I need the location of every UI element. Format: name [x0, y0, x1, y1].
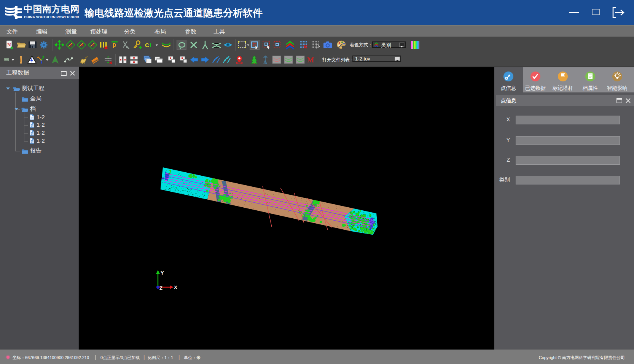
- svg-text:I: I: [150, 42, 151, 48]
- svg-text:M: M: [307, 56, 314, 64]
- svg-text:N: N: [7, 42, 11, 48]
- svg-text:X: X: [174, 285, 177, 290]
- svg-text:C: C: [145, 42, 149, 48]
- svg-text:Z: Z: [159, 285, 162, 291]
- svg-text:Z: Z: [70, 43, 72, 47]
- svg-text:S: S: [92, 43, 94, 47]
- svg-text:Y: Y: [161, 270, 164, 276]
- svg-text:A: A: [81, 43, 84, 47]
